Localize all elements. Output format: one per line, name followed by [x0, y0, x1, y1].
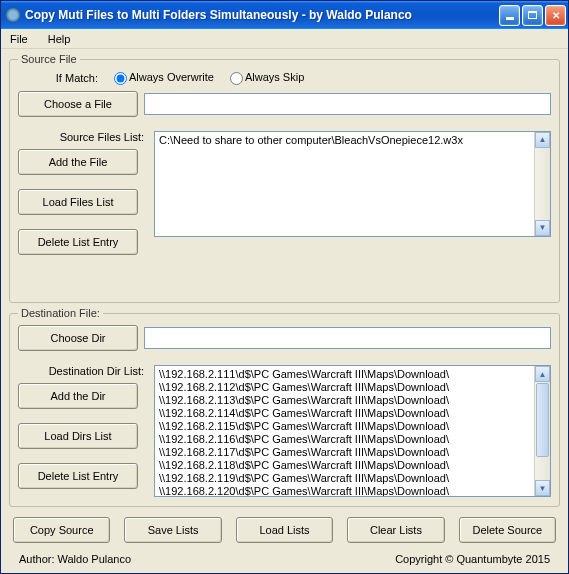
close-icon: ✕ — [552, 10, 560, 21]
choose-file-button[interactable]: Choose a File — [18, 91, 138, 117]
copyright-label: Copyright © Quantumbyte 2015 — [395, 553, 550, 565]
source-file-input[interactable] — [144, 93, 551, 115]
list-item[interactable]: \\192.168.2.120\d$\PC Games\Warcraft III… — [159, 485, 530, 496]
add-dir-button[interactable]: Add the Dir — [18, 383, 138, 409]
dest-list-area: Destination Dir List: Add the Dir Load D… — [18, 365, 551, 497]
dest-fieldset: Destination File: Choose Dir Destination… — [9, 307, 560, 507]
minimize-icon — [506, 17, 514, 20]
source-left-col: Source Files List: Add the File Load Fil… — [18, 131, 148, 255]
list-item[interactable]: \\192.168.2.117\d$\PC Games\Warcraft III… — [159, 446, 530, 459]
delete-dir-entry-button[interactable]: Delete List Entry — [18, 463, 138, 489]
choose-dir-row: Choose Dir — [18, 325, 551, 351]
scroll-thumb[interactable] — [536, 383, 549, 457]
list-item[interactable]: \\192.168.2.118\d$\PC Games\Warcraft III… — [159, 459, 530, 472]
choose-file-row: Choose a File — [18, 91, 551, 117]
dest-scrollbar[interactable]: ▲ ▼ — [534, 366, 550, 496]
dest-legend: Destination File: — [18, 307, 103, 319]
menubar: File Help — [1, 29, 568, 49]
radio-overwrite[interactable] — [114, 72, 127, 85]
list-item[interactable]: \\192.168.2.119\d$\PC Games\Warcraft III… — [159, 472, 530, 485]
list-item[interactable]: \\192.168.2.114\d$\PC Games\Warcraft III… — [159, 407, 530, 420]
close-button[interactable]: ✕ — [545, 5, 566, 26]
scroll-track[interactable] — [535, 382, 550, 480]
titlebar[interactable]: Copy Muti Files to Multi Folders Simulta… — [1, 1, 568, 29]
source-list-area: Source Files List: Add the File Load Fil… — [18, 131, 551, 255]
scroll-down-icon[interactable]: ▼ — [535, 480, 550, 496]
list-item[interactable]: \\192.168.2.116\d$\PC Games\Warcraft III… — [159, 433, 530, 446]
bottom-button-row: Copy Source Save Lists Load Lists Clear … — [9, 511, 560, 545]
list-item[interactable]: C:\Need to share to other computer\Bleac… — [159, 134, 530, 147]
radio-skip[interactable] — [230, 72, 243, 85]
status-bar: Author: Waldo Pulanco Copyright © Quantu… — [9, 549, 560, 571]
load-lists-button[interactable]: Load Lists — [236, 517, 333, 543]
copy-source-button[interactable]: Copy Source — [13, 517, 110, 543]
source-list-content: C:\Need to share to other computer\Bleac… — [155, 132, 534, 236]
source-legend: Source File — [18, 53, 80, 65]
list-item[interactable]: \\192.168.2.112\d$\PC Games\Warcraft III… — [159, 381, 530, 394]
app-icon — [5, 7, 21, 23]
app-window: Copy Muti Files to Multi Folders Simulta… — [0, 0, 569, 574]
source-list-label: Source Files List: — [18, 131, 148, 143]
window-title: Copy Muti Files to Multi Folders Simulta… — [25, 8, 499, 22]
maximize-icon — [528, 11, 537, 19]
source-fieldset: Source File If Match: Always Overwrite A… — [9, 53, 560, 303]
save-lists-button[interactable]: Save Lists — [124, 517, 221, 543]
radio-overwrite-text: Always Overwrite — [129, 71, 214, 83]
scroll-down-icon[interactable]: ▼ — [535, 220, 550, 236]
source-scrollbar[interactable]: ▲ ▼ — [534, 132, 550, 236]
scroll-up-icon[interactable]: ▲ — [535, 132, 550, 148]
content-area: Source File If Match: Always Overwrite A… — [1, 49, 568, 573]
dest-left-col: Destination Dir List: Add the Dir Load D… — [18, 365, 148, 489]
source-listbox[interactable]: C:\Need to share to other computer\Bleac… — [154, 131, 551, 237]
dest-list-content: \\192.168.2.111\d$\PC Games\Warcraft III… — [155, 366, 534, 496]
clear-lists-button[interactable]: Clear Lists — [347, 517, 444, 543]
menu-help[interactable]: Help — [45, 31, 74, 47]
delete-file-entry-button[interactable]: Delete List Entry — [18, 229, 138, 255]
dest-list-label: Destination Dir List: — [18, 365, 148, 377]
load-dirs-button[interactable]: Load Dirs List — [18, 423, 138, 449]
scroll-track[interactable] — [535, 148, 550, 220]
menu-file[interactable]: File — [7, 31, 31, 47]
delete-source-button[interactable]: Delete Source — [459, 517, 556, 543]
dest-dir-input[interactable] — [144, 327, 551, 349]
list-item[interactable]: \\192.168.2.113\d$\PC Games\Warcraft III… — [159, 394, 530, 407]
load-files-button[interactable]: Load Files List — [18, 189, 138, 215]
list-item[interactable]: \\192.168.2.111\d$\PC Games\Warcraft III… — [159, 368, 530, 381]
list-item[interactable]: \\192.168.2.115\d$\PC Games\Warcraft III… — [159, 420, 530, 433]
radio-skip-label[interactable]: Always Skip — [220, 71, 304, 85]
choose-dir-button[interactable]: Choose Dir — [18, 325, 138, 351]
radio-overwrite-label[interactable]: Always Overwrite — [104, 71, 214, 85]
scroll-up-icon[interactable]: ▲ — [535, 366, 550, 382]
dest-listbox[interactable]: \\192.168.2.111\d$\PC Games\Warcraft III… — [154, 365, 551, 497]
maximize-button[interactable] — [522, 5, 543, 26]
add-file-button[interactable]: Add the File — [18, 149, 138, 175]
if-match-label: If Match: — [18, 72, 98, 84]
window-controls: ✕ — [499, 5, 566, 26]
minimize-button[interactable] — [499, 5, 520, 26]
author-label: Author: Waldo Pulanco — [19, 553, 131, 565]
radio-skip-text: Always Skip — [245, 71, 304, 83]
if-match-row: If Match: Always Overwrite Always Skip — [18, 71, 551, 85]
